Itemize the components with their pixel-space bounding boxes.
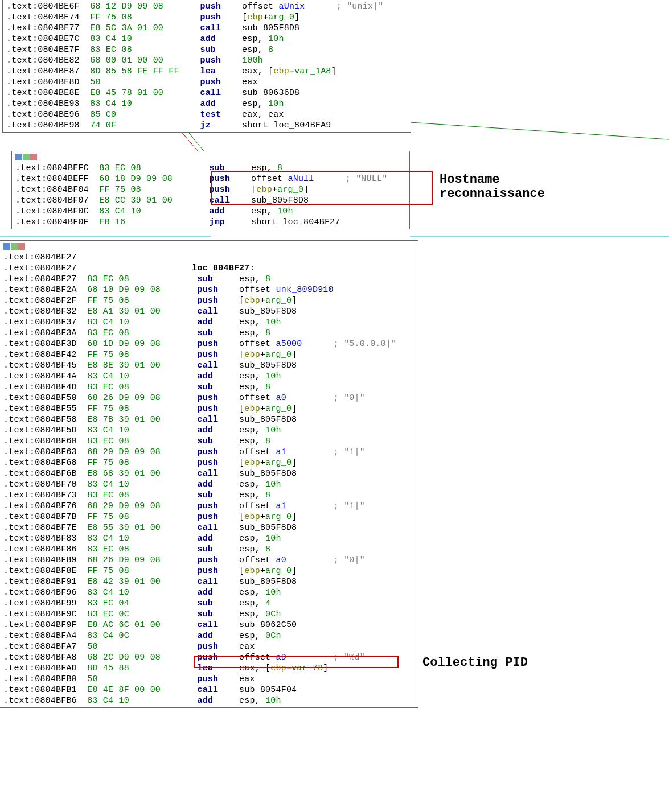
disasm-row: .text:0804BE7C 83 C4 10 add esp, 10h: [6, 34, 407, 44]
disasm-row: .text:0804BF68 FF 75 08 push [ebp+arg_0]: [3, 457, 414, 468]
disasm-row: .text:0804BF37 83 C4 10 add esp, 10h: [3, 317, 414, 328]
disasm-row: .text:0804BE77 E8 5C 3A 01 00 call sub_8…: [6, 23, 407, 34]
disasm-row: .text:0804BF70 83 C4 10 add esp, 10h: [3, 479, 414, 490]
disasm-row: .text:0804BF83 83 C4 10 add esp, 10h: [3, 533, 414, 544]
disasm-row: .text:0804BF91 E8 42 39 01 00 call sub_8…: [3, 576, 414, 587]
disasm-row: .text:0804BF4A 83 C4 10 add esp, 10h: [3, 371, 414, 382]
disasm-row: .text:0804BF9F E8 AC 6C 01 00 call sub_8…: [3, 620, 414, 630]
disasm-row: .text:0804BE98 74 0F jz short loc_804BEA…: [6, 120, 407, 131]
disasm-row: .text:0804BF58 E8 7B 39 01 00 call sub_8…: [3, 414, 414, 425]
disasm-row: .text:0804BE87 8D 85 58 FE FF FF lea eax…: [6, 66, 407, 77]
disasm-row: .text:0804BF27: [3, 252, 414, 263]
disasm-row: .text:0804BF7B FF 75 08 push [ebp+arg_0]: [3, 512, 414, 522]
disasm-row: .text:0804BF04 FF 75 08 push [ebp+arg_0]: [15, 184, 406, 195]
disasm-row: .text:0804BF60 83 EC 08 sub esp, 8: [3, 436, 414, 447]
disasm-row: .text:0804BE6F 68 12 D9 09 08 push offse…: [6, 1, 407, 12]
toolbar-icon-1[interactable]: [15, 154, 22, 160]
disasm-row: .text:0804BF3D 68 1D D9 09 08 push offse…: [3, 339, 414, 349]
disasm-row: .text:0804BF96 83 C4 10 add esp, 10h: [3, 587, 414, 598]
disasm-row: .text:0804BF86 83 EC 08 sub esp, 8: [3, 544, 414, 555]
disasm-row: .text:0804BE82 68 00 01 00 00 push 100h: [6, 55, 407, 66]
disasm-row: .text:0804BF9C 83 EC 0C sub esp, 0Ch: [3, 609, 414, 620]
disasm-row: .text:0804BF6B E8 68 39 01 00 call sub_8…: [3, 468, 414, 479]
disasm-row: .text:0804BF27 loc_804BF27:: [3, 263, 414, 274]
disasm-row: .text:0804BF89 68 26 D9 09 08 push offse…: [3, 555, 414, 566]
disasm-row: .text:0804BEFC 83 EC 08 sub esp, 8: [15, 163, 406, 174]
disasm-row: .text:0804BF4D 83 EC 08 sub esp, 8: [3, 382, 414, 393]
disasm-row: .text:0804BF73 83 EC 08 sub esp, 8: [3, 490, 414, 501]
disasm-row: .text:0804BF7E E8 55 39 01 00 call sub_8…: [3, 522, 414, 533]
disasm-row: .text:0804BE96 85 C0 test eax, eax: [6, 109, 407, 120]
disasm-row: .text:0804BFA7 50 push eax: [3, 641, 414, 652]
disasm-row: .text:0804BF8E FF 75 08 push [ebp+arg_0]: [3, 566, 414, 576]
disasm-row: .text:0804BEFF 68 18 D9 09 08 push offse…: [15, 174, 406, 184]
disasm-row: .text:0804BF76 68 29 D9 09 08 push offse…: [3, 501, 414, 512]
disasm-row: .text:0804BFA4 83 C4 0C add esp, 0Ch: [3, 630, 414, 641]
disasm-panel-2[interactable]: .text:0804BEFC 83 EC 08 sub esp, 8 .text…: [11, 151, 410, 229]
svg-line-2: [410, 122, 669, 139]
toolbar-icon-1[interactable]: [3, 243, 10, 250]
disasm-row: .text:0804BF2F FF 75 08 push [ebp+arg_0]: [3, 295, 414, 306]
disasm-row: .text:0804BF50 68 26 D9 09 08 push offse…: [3, 393, 414, 403]
panel-toolbar: [3, 242, 414, 251]
toolbar-icon-2[interactable]: [23, 154, 30, 160]
annotation-pid: Collecting PID: [422, 656, 528, 670]
disasm-panel-1[interactable]: .text:0804BE6C 83 EC 08 sub esp, 8 .text…: [2, 0, 411, 133]
disasm-panel-3[interactable]: .text:0804BF27 .text:0804BF27 loc_804BF2…: [0, 240, 418, 708]
disasm-row: .text:0804BF55 FF 75 08 push [ebp+arg_0]: [3, 403, 414, 414]
disasm-row: .text:0804BF99 83 EC 04 sub esp, 4: [3, 598, 414, 609]
panel-toolbar: [15, 152, 406, 162]
disasm-row: .text:0804BF3A 83 EC 08 sub esp, 8: [3, 328, 414, 339]
disasm-row: .text:0804BF0C 83 C4 10 add esp, 10h: [15, 206, 406, 217]
disasm-row: .text:0804BF27 83 EC 08 sub esp, 8: [3, 274, 414, 285]
disasm-row: .text:0804BF0F EB 16 jmp short loc_804BF…: [15, 217, 406, 228]
disasm-row: .text:0804BFB0 50 push eax: [3, 674, 414, 685]
disasm-row: .text:0804BF42 FF 75 08 push [ebp+arg_0]: [3, 349, 414, 360]
disasm-row: .text:0804BE93 83 C4 10 add esp, 10h: [6, 98, 407, 109]
disasm-row: .text:0804BE8D 50 push eax: [6, 77, 407, 88]
disasm-row: .text:0804BF45 E8 8E 39 01 00 call sub_8…: [3, 360, 414, 371]
disasm-row: .text:0804BFA8 68 2C D9 09 08 push offse…: [3, 652, 414, 663]
disasm-row: .text:0804BE8E E8 45 78 01 00 call sub_8…: [6, 88, 407, 98]
toolbar-icon-3[interactable]: [30, 154, 37, 160]
disasm-row: .text:0804BE74 FF 75 08 push [ebp+arg_0]: [6, 12, 407, 23]
disasm-row: .text:0804BFB1 E8 4E 8F 00 00 call sub_8…: [3, 685, 414, 695]
disasm-row: .text:0804BE7F 83 EC 08 sub esp, 8: [6, 44, 407, 55]
annotation-hostname: Hostname reconnaissance: [440, 172, 545, 201]
disasm-row: .text:0804BFAD 8D 45 88 lea eax, [ebp+va…: [3, 663, 414, 674]
disasm-row: .text:0804BF32 E8 A1 39 01 00 call sub_8…: [3, 306, 414, 317]
disasm-row: .text:0804BF63 68 29 D9 09 08 push offse…: [3, 447, 414, 457]
disasm-row: .text:0804BFB6 83 C4 10 add esp, 10h: [3, 695, 414, 706]
disasm-row: .text:0804BF2A 68 10 D9 09 08 push offse…: [3, 285, 414, 295]
toolbar-icon-3[interactable]: [18, 243, 25, 250]
toolbar-icon-2[interactable]: [11, 243, 18, 250]
disasm-row: .text:0804BF07 E8 CC 39 01 00 call sub_8…: [15, 195, 406, 206]
disasm-row: .text:0804BF5D 83 C4 10 add esp, 10h: [3, 425, 414, 436]
